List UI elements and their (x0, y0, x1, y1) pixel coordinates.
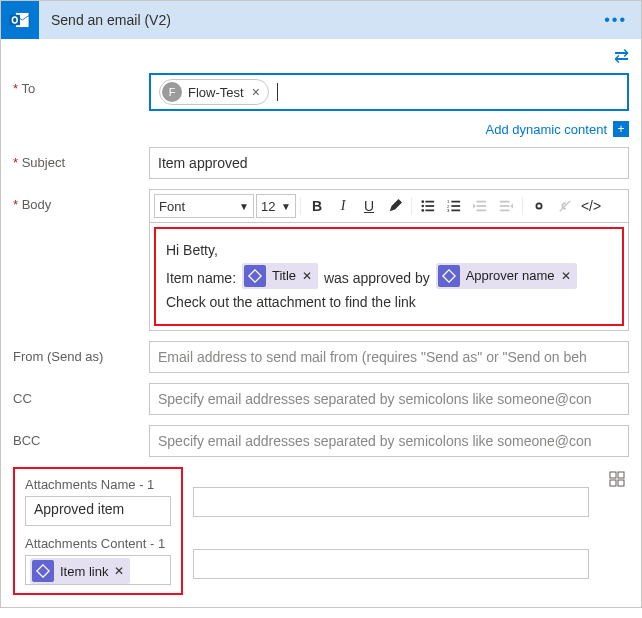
svg-rect-6 (425, 205, 434, 207)
avatar: F (162, 82, 182, 102)
subject-label: Subject (13, 147, 149, 170)
editor-toolbar: Font▼ 12▼ B I U (150, 190, 628, 223)
bold-button[interactable]: B (305, 194, 329, 218)
dynamic-token-itemlink[interactable]: Item link ✕ (30, 558, 130, 584)
dynamic-token-icon (438, 265, 460, 287)
to-input[interactable]: F Flow-Test × (149, 73, 629, 111)
dynamic-token-icon (32, 560, 54, 582)
attachment-content-field-ext[interactable] (193, 549, 589, 579)
outlook-icon (1, 1, 39, 39)
attachment-content-input[interactable]: Item link ✕ (25, 555, 171, 585)
recipient-chip[interactable]: F Flow-Test × (159, 79, 269, 105)
remove-token-icon[interactable]: ✕ (302, 266, 312, 286)
chevron-down-icon: ▼ (239, 201, 249, 212)
text-caret (277, 83, 278, 101)
code-view-button[interactable]: </> (579, 194, 603, 218)
card-menu-button[interactable]: ••• (598, 7, 633, 33)
pencil-icon[interactable] (383, 194, 407, 218)
underline-button[interactable]: U (357, 194, 381, 218)
bcc-label: BCC (13, 425, 149, 448)
from-input[interactable]: Email address to send mail from (require… (149, 341, 629, 373)
svg-rect-19 (500, 205, 510, 207)
number-list-button[interactable]: 123 (442, 194, 466, 218)
body-label: Body (13, 189, 149, 212)
dynamic-token-title[interactable]: Title ✕ (242, 263, 318, 289)
subject-input[interactable]: Item approved (149, 147, 629, 179)
svg-rect-15 (477, 201, 487, 203)
chevron-down-icon: ▼ (281, 201, 291, 212)
svg-rect-22 (610, 472, 616, 478)
remove-token-icon[interactable]: ✕ (561, 266, 571, 286)
add-dynamic-content-link[interactable]: Add dynamic content (486, 122, 607, 137)
dynamic-token-approver[interactable]: Approver name ✕ (436, 263, 577, 289)
link-button[interactable] (527, 194, 551, 218)
attachment-name-field-ext[interactable] (193, 487, 589, 517)
outdent-button[interactable] (468, 194, 492, 218)
attachment-name-label: Attachments Name - 1 (25, 477, 171, 492)
italic-button[interactable]: I (331, 194, 355, 218)
bcc-input[interactable]: Specify email addresses separated by sem… (149, 425, 629, 457)
svg-rect-24 (610, 480, 616, 486)
svg-rect-10 (451, 201, 460, 203)
svg-line-21 (560, 201, 571, 212)
svg-rect-16 (477, 205, 487, 207)
svg-rect-18 (500, 201, 510, 203)
cc-input[interactable]: Specify email addresses separated by sem… (149, 383, 629, 415)
body-line: Item name: Title ✕ was approved by (166, 263, 612, 291)
svg-rect-25 (618, 480, 624, 486)
bullet-list-button[interactable] (416, 194, 440, 218)
switch-array-mode-icon[interactable] (605, 467, 629, 491)
remove-token-icon[interactable]: ✕ (114, 564, 124, 578)
add-dynamic-plus-icon[interactable]: + (613, 121, 629, 137)
indent-button[interactable] (494, 194, 518, 218)
swap-icon[interactable]: ⇄ (614, 45, 629, 67)
body-line: Hi Betty, (166, 239, 612, 263)
unlink-button[interactable] (553, 194, 577, 218)
action-card: Send an email (V2) ••• ⇄ To F Flow-Test … (0, 0, 642, 608)
from-label: From (Send as) (13, 341, 149, 364)
card-header: Send an email (V2) ••• (1, 1, 641, 39)
svg-rect-23 (618, 472, 624, 478)
recipient-name: Flow-Test (188, 85, 244, 100)
subject-value: Item approved (158, 155, 248, 171)
svg-rect-14 (451, 210, 460, 212)
body-editor: Font▼ 12▼ B I U (149, 189, 629, 331)
attachments-highlight: Attachments Name - 1 Approved item Attac… (13, 467, 183, 595)
font-select[interactable]: Font▼ (154, 194, 254, 218)
attachments-section: Attachments Name - 1 Approved item Attac… (13, 467, 629, 595)
remove-recipient-icon[interactable]: × (252, 84, 260, 100)
card-title: Send an email (V2) (39, 12, 598, 28)
body-line: Check out the attachment to find the lin… (166, 291, 612, 315)
attachment-content-label: Attachments Content - 1 (25, 536, 171, 551)
svg-rect-4 (425, 201, 434, 203)
svg-text:3: 3 (447, 208, 450, 213)
svg-rect-12 (451, 205, 460, 207)
svg-point-3 (421, 200, 424, 203)
to-label: To (13, 73, 149, 96)
svg-point-5 (421, 205, 424, 208)
svg-rect-8 (425, 210, 434, 212)
svg-rect-17 (477, 210, 487, 212)
cc-label: CC (13, 383, 149, 406)
svg-point-7 (421, 209, 424, 212)
attachment-name-input[interactable]: Approved item (25, 496, 171, 526)
body-content[interactable]: Hi Betty, Item name: Title ✕ was approve… (154, 227, 624, 326)
dynamic-token-icon (244, 265, 266, 287)
svg-rect-20 (500, 210, 510, 212)
font-size-select[interactable]: 12▼ (256, 194, 296, 218)
